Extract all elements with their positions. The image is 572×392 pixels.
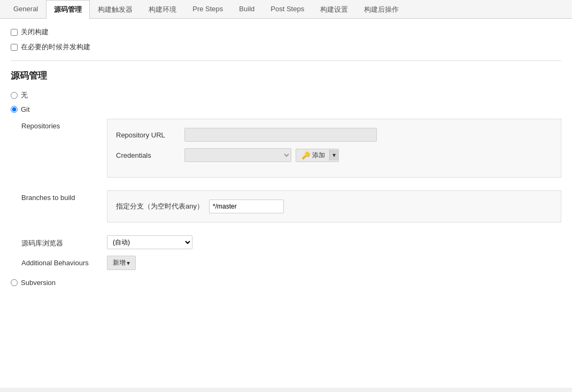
credentials-row: Credentials 🔑 添加 ▾	[116, 148, 552, 162]
branches-row: Branches to build 指定分支（为空时代表any）	[21, 190, 561, 229]
close-build-checkbox[interactable]	[11, 29, 18, 36]
add-new-btn-dropdown-icon[interactable]: ▾	[127, 259, 130, 267]
credentials-label: Credentials	[116, 151, 180, 159]
add-new-btn-label: 新增	[113, 258, 126, 267]
tab-build-settings[interactable]: 构建设置	[312, 0, 356, 19]
branch-input-row: 指定分支（为空时代表any）	[116, 199, 552, 213]
tab-build-trigger[interactable]: 构建触发器	[90, 0, 141, 19]
repositories-label: Repositories	[21, 119, 107, 130]
repo-url-input[interactable]	[184, 128, 377, 142]
browser-field: (自动)	[107, 235, 561, 249]
tab-build[interactable]: Build	[231, 0, 262, 19]
radio-subversion-label: Subversion	[21, 279, 56, 287]
concurrent-build-label: 在必要的时候并发构建	[21, 42, 90, 52]
additional-behaviours-row: Additional Behaviours 新增 ▾	[21, 256, 561, 270]
concurrent-build-checkbox[interactable]	[11, 44, 18, 51]
branch-field-label: 指定分支（为空时代表any）	[116, 202, 204, 211]
radio-subversion-row: Subversion	[11, 279, 561, 287]
git-form-section: Repositories Repository URL Credentials	[21, 119, 561, 270]
radio-subversion[interactable]	[11, 279, 18, 286]
radio-none-label: 无	[21, 90, 28, 100]
repositories-field: Repository URL Credentials 🔑 添加 ▾	[107, 119, 561, 184]
close-build-row: 关闭构建	[11, 27, 561, 37]
add-new-behaviour-button[interactable]: 新增 ▾	[107, 256, 136, 270]
tab-post-steps[interactable]: Post Steps	[262, 0, 312, 19]
add-btn-label: 添加	[312, 151, 325, 160]
tab-post-build[interactable]: 构建后操作	[356, 0, 407, 19]
main-content: 关闭构建 在必要的时候并发构建 源码管理 无 Git Repositories …	[0, 19, 572, 388]
section-divider	[11, 60, 561, 61]
credentials-select[interactable]	[184, 148, 291, 162]
browser-select[interactable]: (自动)	[107, 235, 192, 249]
repo-url-label: Repository URL	[116, 131, 180, 139]
key-icon: 🔑	[302, 151, 310, 159]
radio-none[interactable]	[11, 92, 18, 99]
radio-none-row: 无	[11, 90, 561, 100]
tab-source-mgmt[interactable]: 源码管理	[46, 0, 90, 19]
repositories-box: Repository URL Credentials 🔑 添加 ▾	[107, 119, 561, 178]
radio-git[interactable]	[11, 106, 18, 113]
branches-label: Branches to build	[21, 190, 107, 202]
radio-git-label: Git	[21, 105, 30, 113]
concurrent-build-row: 在必要的时候并发构建	[11, 42, 561, 52]
section-title: 源码管理	[11, 70, 561, 82]
close-build-label: 关闭构建	[21, 27, 49, 37]
tab-build-env[interactable]: 构建环境	[141, 0, 184, 19]
add-btn-dropdown-icon[interactable]: ▾	[329, 150, 338, 160]
tab-general[interactable]: General	[5, 0, 46, 19]
branches-box: 指定分支（为空时代表any）	[107, 190, 561, 222]
additional-behaviours-label: Additional Behaviours	[21, 256, 107, 267]
radio-git-row: Git	[11, 105, 561, 113]
add-credentials-button[interactable]: 🔑 添加 ▾	[296, 149, 339, 162]
tab-bar: General 源码管理 构建触发器 构建环境 Pre Steps Build …	[0, 0, 572, 19]
repo-url-row: Repository URL	[116, 128, 552, 142]
repositories-row: Repositories Repository URL Credentials	[21, 119, 561, 184]
browser-label: 源码库浏览器	[21, 235, 107, 248]
additional-behaviours-field: 新增 ▾	[107, 256, 561, 270]
branch-input[interactable]	[209, 199, 284, 213]
browser-row: 源码库浏览器 (自动)	[21, 235, 561, 249]
tab-pre-steps[interactable]: Pre Steps	[184, 0, 231, 19]
branches-field: 指定分支（为空时代表any）	[107, 190, 561, 229]
